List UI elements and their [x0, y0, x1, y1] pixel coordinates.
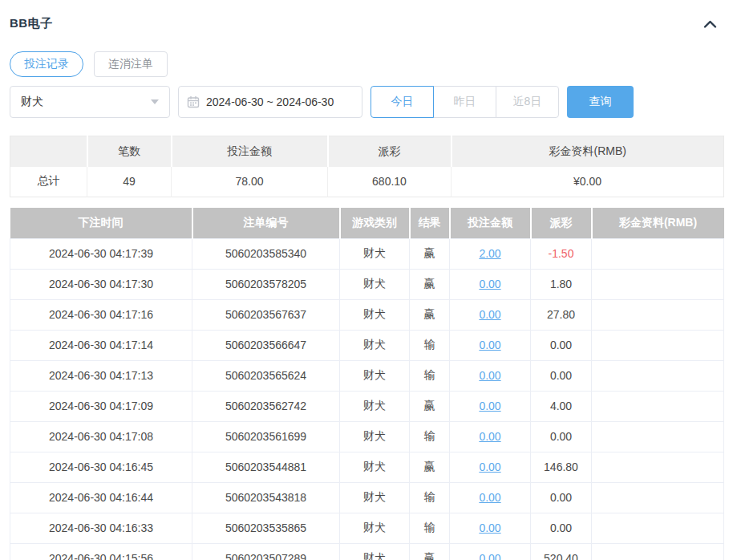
- summary-total-label: 总计: [10, 167, 87, 197]
- order-id-cell: 5060203565624: [192, 360, 340, 391]
- records-header-row: 下注时间注单编号游戏类别结果投注金额派彩彩金资料(RMB): [10, 208, 724, 238]
- records-col-header: 结果: [410, 208, 450, 238]
- filter-bar: 财犬 2024-06-30 ~ 2024-06-30 今日 昨日 近8日 查询: [10, 86, 723, 118]
- quick-date-button-group: 今日 昨日 近8日: [371, 86, 559, 118]
- record-row: 2024-06-30 04:17:135060203565624财犬输0.000…: [10, 360, 724, 391]
- game-select-value: 财犬: [21, 95, 43, 109]
- bet-amount-cell: 0.00: [450, 482, 531, 513]
- order-id-cell: 5060203562742: [192, 391, 340, 421]
- payout-cell: 0.00: [531, 360, 592, 391]
- query-button[interactable]: 查询: [567, 86, 634, 118]
- record-row: 2024-06-30 04:15:565060203507289财犬赢0.005…: [10, 543, 724, 560]
- tab-bet-records[interactable]: 投注记录: [10, 51, 83, 77]
- date-range-input[interactable]: 2024-06-30 ~ 2024-06-30: [178, 86, 362, 118]
- bonus-cell: [592, 452, 724, 482]
- collapse-chevron-up-icon[interactable]: [702, 18, 719, 30]
- yesterday-button[interactable]: 昨日: [433, 86, 496, 118]
- result-cell: 赢: [410, 391, 450, 421]
- game-type-cell: 财犬: [340, 330, 410, 360]
- panel-header: BB电子: [10, 0, 723, 31]
- summary-total-count: 49: [87, 167, 172, 197]
- summary-total-bonus: ¥0.00: [452, 167, 724, 197]
- bet-amount-cell: 0.00: [450, 421, 531, 452]
- bonus-cell: [592, 360, 724, 391]
- bet-amount-cell: 0.00: [450, 330, 531, 360]
- summary-col-empty: [10, 136, 87, 167]
- bonus-cell: [592, 391, 724, 421]
- bonus-cell: [592, 299, 724, 330]
- order-id-cell: 5060203567637: [192, 299, 340, 330]
- game-type-cell: 财犬: [340, 391, 410, 421]
- game-select[interactable]: 财犬: [10, 86, 170, 118]
- bet-amount-cell: 0.00: [450, 452, 531, 482]
- order-id-cell: 5060203544881: [192, 452, 340, 482]
- bet-amount-link[interactable]: 0.00: [479, 461, 500, 473]
- result-cell: 输: [410, 330, 450, 360]
- order-id-cell: 5060203566647: [192, 330, 340, 360]
- order-id-cell: 5060203543818: [192, 482, 340, 513]
- bet-time-cell: 2024-06-30 04:17:39: [10, 238, 192, 269]
- record-row: 2024-06-30 04:16:335060203535865财犬输0.000…: [10, 513, 724, 543]
- game-type-cell: 财犬: [340, 452, 410, 482]
- game-type-cell: 财犬: [340, 299, 410, 330]
- result-cell: 输: [410, 482, 450, 513]
- result-cell: 赢: [410, 238, 450, 269]
- payout-cell: 0.00: [531, 513, 592, 543]
- payout-cell: 1.80: [531, 269, 592, 299]
- result-cell: 输: [410, 513, 450, 543]
- bet-amount-link[interactable]: 0.00: [479, 339, 500, 351]
- bet-amount-link[interactable]: 0.00: [479, 369, 500, 382]
- record-row: 2024-06-30 04:17:095060203562742财犬赢0.004…: [10, 391, 724, 421]
- bet-amount-link[interactable]: 0.00: [479, 278, 500, 290]
- bet-time-cell: 2024-06-30 04:17:14: [10, 330, 192, 360]
- records-col-header: 下注时间: [10, 208, 192, 238]
- bet-amount-link[interactable]: 0.00: [479, 552, 500, 560]
- bonus-cell: [592, 238, 724, 269]
- bonus-cell: [592, 269, 724, 299]
- result-cell: 赢: [410, 452, 450, 482]
- date-range-value: 2024-06-30 ~ 2024-06-30: [206, 95, 334, 108]
- tab-cancelled-orders[interactable]: 连消注单: [94, 51, 168, 77]
- bet-amount-cell: 0.00: [450, 299, 531, 330]
- bet-amount-cell: 0.00: [450, 543, 531, 560]
- bet-amount-link[interactable]: 2.00: [479, 247, 500, 260]
- bet-amount-cell: 0.00: [450, 360, 531, 391]
- records-table: 下注时间注单编号游戏类别结果投注金额派彩彩金资料(RMB) 2024-06-30…: [10, 208, 724, 560]
- bet-amount-link[interactable]: 0.00: [479, 491, 500, 504]
- chevron-down-icon: [151, 99, 159, 104]
- last-8-days-button[interactable]: 近8日: [496, 86, 559, 118]
- result-cell: 赢: [410, 543, 450, 560]
- order-id-cell: 5060203507289: [192, 543, 340, 560]
- today-button[interactable]: 今日: [371, 86, 434, 118]
- game-type-cell: 财犬: [340, 543, 410, 560]
- result-cell: 赢: [410, 299, 450, 330]
- summary-total-bet-amount: 78.00: [172, 167, 328, 197]
- bet-amount-link[interactable]: 0.00: [479, 430, 500, 443]
- record-row: 2024-06-30 04:17:305060203578205财犬赢0.001…: [10, 269, 724, 299]
- record-row: 2024-06-30 04:17:145060203566647财犬输0.000…: [10, 330, 724, 360]
- panel-title: BB电子: [10, 16, 53, 31]
- bet-time-cell: 2024-06-30 04:16:44: [10, 482, 192, 513]
- payout-cell: 146.80: [531, 452, 592, 482]
- summary-table: 笔数 投注金额 派彩 彩金资料(RMB) 总计 49 78.00 680.10 …: [10, 136, 724, 197]
- bet-time-cell: 2024-06-30 04:17:13: [10, 360, 192, 391]
- bet-time-cell: 2024-06-30 04:16:33: [10, 513, 192, 543]
- game-type-cell: 财犬: [340, 513, 410, 543]
- payout-cell: 27.80: [531, 299, 592, 330]
- bet-amount-link[interactable]: 0.00: [479, 400, 500, 412]
- bet-time-cell: 2024-06-30 04:16:45: [10, 452, 192, 482]
- order-id-cell: 5060203535865: [192, 513, 340, 543]
- record-row: 2024-06-30 04:17:165060203567637财犬赢0.002…: [10, 299, 724, 330]
- records-col-header: 派彩: [531, 208, 592, 238]
- bonus-cell: [592, 482, 724, 513]
- bonus-cell: [592, 421, 724, 452]
- bet-time-cell: 2024-06-30 04:17:08: [10, 421, 192, 452]
- summary-header-row: 笔数 投注金额 派彩 彩金资料(RMB): [10, 136, 724, 167]
- bet-amount-link[interactable]: 0.00: [479, 521, 500, 534]
- payout-cell: 4.00: [531, 391, 592, 421]
- order-id-cell: 5060203561699: [192, 421, 340, 452]
- game-type-cell: 财犬: [340, 269, 410, 299]
- payout-cell: 0.00: [531, 330, 592, 360]
- bet-amount-link[interactable]: 0.00: [479, 308, 500, 321]
- result-cell: 赢: [410, 269, 450, 299]
